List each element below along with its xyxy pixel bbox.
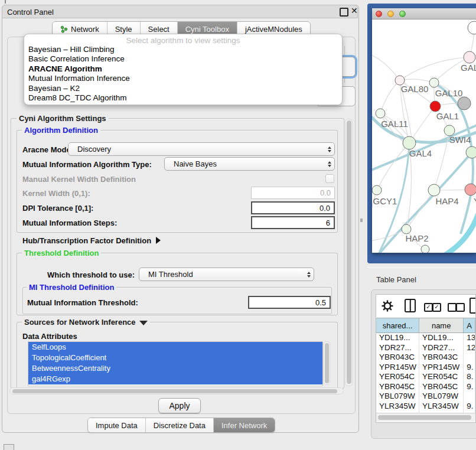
algorithm-option[interactable]: Bayesian – Hill Climbing [24, 45, 342, 54]
algorithm-option[interactable]: Basic Correlation Inference [24, 54, 342, 64]
table-header-row: shared...nameA [376, 318, 475, 333]
network-edge-highlighted[interactable] [443, 214, 476, 253]
mi-algorithm-type-combo[interactable]: Naive Bayes [164, 157, 335, 171]
network-node-hap2[interactable] [402, 224, 411, 234]
tab-network-label: Network [71, 25, 99, 34]
algorithm-option[interactable]: Dream8 DC_TDC Algorithm [24, 93, 342, 103]
network-node-gcy1[interactable] [372, 185, 382, 195]
network-node-gal4[interactable] [403, 136, 416, 149]
manual-kernel-checkbox[interactable] [325, 174, 334, 183]
select-all-columns-icon2[interactable]: ✓ [432, 303, 441, 312]
mi-threshold-field[interactable]: 0.5 [248, 296, 331, 309]
data-attributes-list[interactable]: SelfLoopsTopologicalCoefficientBetweenne… [28, 341, 323, 386]
algorithm-option[interactable]: Bayesian – K2 [24, 84, 342, 93]
sources-group-title[interactable]: Sources for Network Inference [22, 318, 150, 327]
table-row[interactable]: YBR043CYBR043C [376, 353, 475, 363]
table-cell: YDR27... [376, 343, 419, 353]
minimize-traffic-light-icon[interactable] [387, 11, 394, 17]
dpi-tolerance-field[interactable]: 0.0 [251, 201, 335, 214]
zoom-traffic-light-icon[interactable] [399, 11, 406, 17]
network-node-gal11[interactable] [376, 109, 385, 118]
tab-remnant [5, 0, 6, 4]
which-threshold-combo[interactable]: MI Threshold [139, 268, 314, 281]
deselect-all-columns-icon[interactable] [448, 303, 457, 312]
aracne-mode-combo[interactable]: Discovery [68, 142, 335, 156]
table-row[interactable]: YBR045CYBR045C9. [376, 382, 475, 392]
network-edge[interactable] [380, 80, 400, 113]
close-icon[interactable]: ✕ [351, 6, 358, 15]
settings-horizontal-scrollbar-thumb[interactable] [12, 389, 337, 393]
attribute-item[interactable]: TopologicalCoefficient [28, 353, 322, 363]
tab-infer-network[interactable]: Infer Network [214, 418, 275, 432]
mi-steps-field[interactable]: 6 [251, 216, 335, 229]
attributes-scrollbar-thumb[interactable] [325, 343, 329, 383]
mi-algorithm-type-value: Naive Bayes [165, 159, 325, 168]
network-node-y[interactable] [465, 184, 476, 195]
network-node-label: HAP4 [435, 196, 458, 206]
stepper-icon [325, 143, 334, 155]
network-edge[interactable] [372, 54, 400, 80]
settings-vertical-scrollbar[interactable] [345, 119, 353, 386]
table-cell: 9. [464, 402, 475, 412]
dock-icon[interactable] [4, 444, 14, 450]
control-panel-titlebar[interactable] [2, 5, 358, 18]
panel-divider [367, 267, 476, 268]
kernel-width-field[interactable]: 0.0 [251, 187, 335, 199]
column-header[interactable]: name [419, 318, 464, 332]
split-columns-icon[interactable] [405, 299, 416, 312]
table-row[interactable]: YLR345WYLR345W9. [376, 402, 475, 412]
table-cell: 9. [464, 363, 475, 373]
table-horizontal-scrollbar[interactable] [376, 413, 475, 422]
network-node[interactable] [466, 146, 476, 158]
network-node-gal[interactable] [464, 51, 475, 63]
attribute-item[interactable]: SelfLoops [28, 342, 322, 353]
network-node-gal10[interactable] [429, 78, 439, 87]
network-node[interactable] [421, 245, 429, 253]
algorithm-option[interactable]: ARACNE Algorithm [24, 64, 342, 74]
attribute-item[interactable]: gal4RGexp [28, 374, 322, 384]
table-cell: YDR27... [419, 343, 464, 353]
settings-vertical-scrollbar-thumb[interactable] [347, 120, 351, 384]
table-row[interactable]: YDR27...YDR27...12 [376, 343, 475, 353]
table-horizontal-scrollbar-thumb[interactable] [378, 415, 471, 420]
float-window-icon[interactable] [340, 8, 348, 17]
network-node-label: GAL11 [381, 119, 408, 129]
network-canvas[interactable]: GALGAL80GAL10GAL1GAL11SWI4GAL4GCY1HAP4YH… [372, 19, 476, 253]
network-node-gal1[interactable] [430, 101, 441, 112]
tab-discretize-data[interactable]: Discretize Data [146, 418, 214, 432]
table-cell: YLR345W [376, 402, 419, 412]
mi-threshold-label: Mutual Information Threshold: [27, 298, 138, 308]
which-threshold-label: Which threshold to use: [47, 270, 135, 280]
attribute-item[interactable]: BetweennessCentrality [28, 363, 322, 374]
network-icon [60, 25, 68, 33]
table-row[interactable]: YDL19...YDL19...13 [376, 333, 475, 343]
gear-icon[interactable] [382, 300, 393, 312]
table-row[interactable]: YBL079WYBL079W [376, 392, 475, 402]
aracne-mode-label: Aracne Mode: [22, 145, 73, 155]
attributes-scrollbar[interactable] [323, 341, 330, 385]
splitter-handle[interactable] [360, 219, 363, 222]
network-node-hap4[interactable] [428, 184, 440, 196]
network-view-titlebar[interactable] [372, 8, 476, 19]
algorithm-option[interactable]: Mutual Information Inference [24, 74, 342, 83]
table-row[interactable]: YPR145WYPR145W9. [376, 363, 475, 373]
new-table-icon[interactable] [470, 298, 476, 314]
network-node[interactable] [468, 21, 476, 34]
network-edge[interactable] [400, 79, 434, 83]
deselect-all-columns-icon2[interactable] [456, 303, 465, 312]
settings-horizontal-scrollbar[interactable] [9, 387, 344, 394]
table-row[interactable]: YER054CYER054C8. [376, 372, 475, 382]
network-edge[interactable] [400, 57, 470, 80]
algorithm-definition-title: Algorithm Definition [22, 126, 100, 135]
tab-impute-data[interactable]: Impute Data [88, 418, 146, 432]
apply-button[interactable]: Apply [158, 398, 201, 413]
network-node[interactable] [458, 97, 471, 110]
select-all-columns-icon[interactable]: ✓ [424, 303, 433, 312]
column-header[interactable]: shared... [376, 318, 419, 332]
mi-steps-label: Mutual Information Steps: [22, 219, 117, 228]
column-header[interactable]: A [464, 318, 475, 332]
app-root: Control Panel ✕ Network Style Select Cyn… [0, 0, 476, 450]
hub-definition-toggle[interactable]: Hub/Transcription Factor Definition [22, 236, 161, 246]
stepper-icon [304, 268, 314, 281]
close-traffic-light-icon[interactable] [376, 11, 382, 17]
